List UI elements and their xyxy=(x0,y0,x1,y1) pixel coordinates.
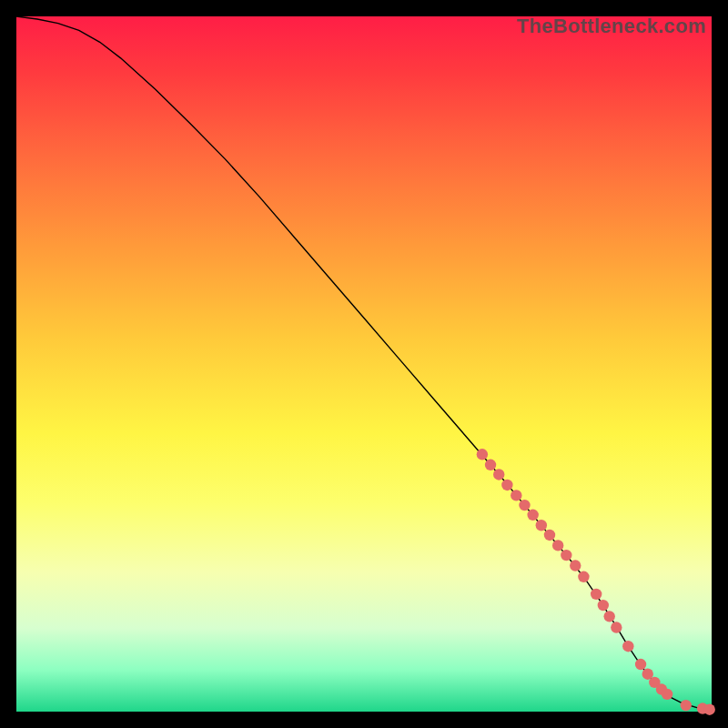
data-marker xyxy=(561,550,571,561)
data-marker xyxy=(493,469,504,480)
data-marker xyxy=(544,530,555,541)
data-marker xyxy=(552,540,563,551)
data-marker xyxy=(598,600,609,611)
data-marker xyxy=(704,704,715,715)
marker-group xyxy=(477,449,715,715)
data-marker xyxy=(603,611,614,622)
data-marker xyxy=(578,571,589,582)
data-marker xyxy=(485,460,496,470)
stage: TheBottleneck.com xyxy=(0,0,728,728)
data-marker xyxy=(622,641,633,652)
data-marker xyxy=(611,622,622,632)
data-marker xyxy=(511,490,521,500)
data-marker xyxy=(591,589,602,600)
data-marker xyxy=(501,480,512,490)
data-marker xyxy=(536,520,547,531)
chart-svg xyxy=(16,16,712,712)
chart-plot-area: TheBottleneck.com xyxy=(16,16,712,712)
data-marker xyxy=(570,560,581,571)
data-marker xyxy=(519,500,530,511)
data-marker xyxy=(635,659,646,670)
data-marker xyxy=(662,689,672,700)
data-marker xyxy=(527,510,538,521)
data-marker xyxy=(477,449,488,460)
data-marker xyxy=(681,700,692,711)
